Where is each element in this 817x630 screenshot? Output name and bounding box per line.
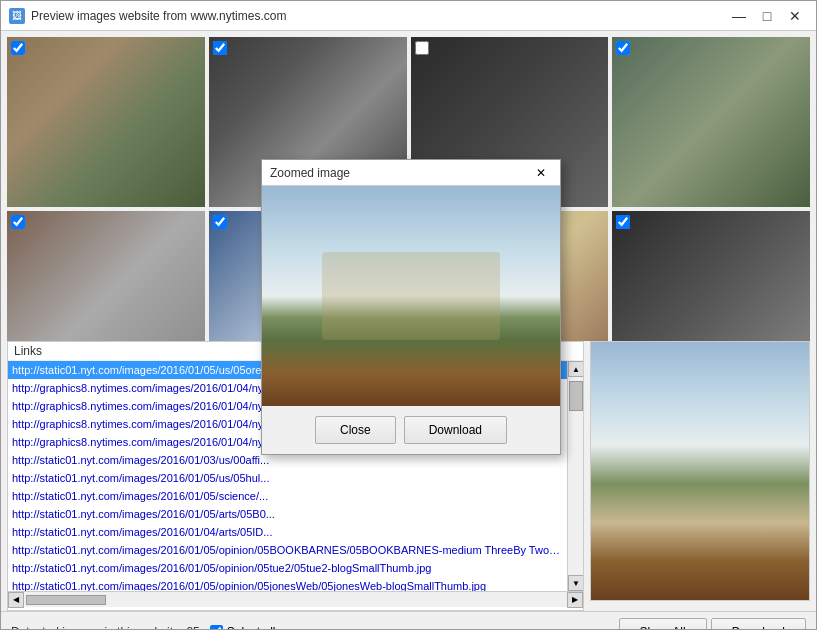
window-controls: — □ ✕ [726,5,808,27]
image-cell-8 [612,211,810,341]
image-checkbox-2[interactable] [213,41,227,55]
modal-close-x-button[interactable]: ✕ [530,163,552,183]
links-vertical-scrollbar[interactable]: ▲▼ [567,361,583,591]
modal-download-button[interactable]: Download [404,416,507,444]
image-cell-1 [7,37,205,207]
link-item-8[interactable]: http://static01.nyt.com/images/2016/01/0… [8,505,567,523]
hscroll-right-btn[interactable]: ▶ [567,592,583,608]
image-checkbox-4[interactable] [616,41,630,55]
zoomed-image [262,186,560,406]
zoomed-image-modal: Zoomed image ✕ Close Download [261,159,561,455]
modal-buttons: Close Download [262,406,560,454]
link-item-7[interactable]: http://static01.nyt.com/images/2016/01/0… [8,487,567,505]
detected-count-value: 85 [186,625,199,630]
modal-title: Zoomed image [270,166,530,180]
select-all-container: Select all [210,625,276,630]
download-button[interactable]: Download [711,618,806,630]
maximize-button[interactable]: □ [754,5,780,27]
vscroll-thumb[interactable] [569,381,583,411]
image-cell-4 [612,37,810,207]
image-checkbox-5[interactable] [11,215,25,229]
vscroll-down-btn[interactable]: ▼ [568,575,583,591]
image-cell-5 [7,211,205,341]
main-window: 🖼 Preview images website from www.nytime… [0,0,817,630]
image-checkbox-8[interactable] [616,215,630,229]
image-checkbox-3[interactable] [415,41,429,55]
select-all-label: Select all [227,625,276,630]
minimize-button[interactable]: — [726,5,752,27]
image-placeholder-1 [7,37,205,207]
vscroll-up-btn[interactable]: ▲ [568,361,583,377]
image-checkbox-1[interactable] [11,41,25,55]
hscroll-thumb[interactable] [26,595,106,605]
select-all-checkbox[interactable] [210,625,223,629]
right-large-image [590,341,810,601]
bottom-buttons: Show All Download [619,618,806,630]
show-all-button[interactable]: Show All [619,618,707,630]
image-placeholder-8 [612,211,810,341]
image-placeholder-5 [7,211,205,341]
modal-title-bar: Zoomed image ✕ [262,160,560,186]
link-item-9[interactable]: http://static01.nyt.com/images/2016/01/0… [8,523,567,541]
links-horizontal-scrollbar[interactable]: ◀ ▶ [8,591,583,607]
window-title: Preview images website from www.nytimes.… [31,9,726,23]
close-button[interactable]: ✕ [782,5,808,27]
hscroll-track [24,594,567,606]
image-checkbox-6[interactable] [213,215,227,229]
modal-image-area [262,186,560,406]
status-bar: Detected images in this website: 85 Sele… [1,611,816,629]
app-icon: 🖼 [9,8,25,24]
link-item-6[interactable]: http://static01.nyt.com/images/2016/01/0… [8,469,567,487]
image-placeholder-4 [612,37,810,207]
detected-label-text: Detected images in this website: [11,625,183,630]
modal-close-button[interactable]: Close [315,416,396,444]
link-item-12[interactable]: http://static01.nyt.com/images/2016/01/0… [8,577,567,591]
hscroll-left-btn[interactable]: ◀ [8,592,24,608]
link-item-10[interactable]: http://static01.nyt.com/images/2016/01/0… [8,541,567,559]
detected-count-label: Detected images in this website: 85 [11,625,200,630]
link-item-11[interactable]: http://static01.nyt.com/images/2016/01/0… [8,559,567,577]
title-bar: 🖼 Preview images website from www.nytime… [1,1,816,31]
